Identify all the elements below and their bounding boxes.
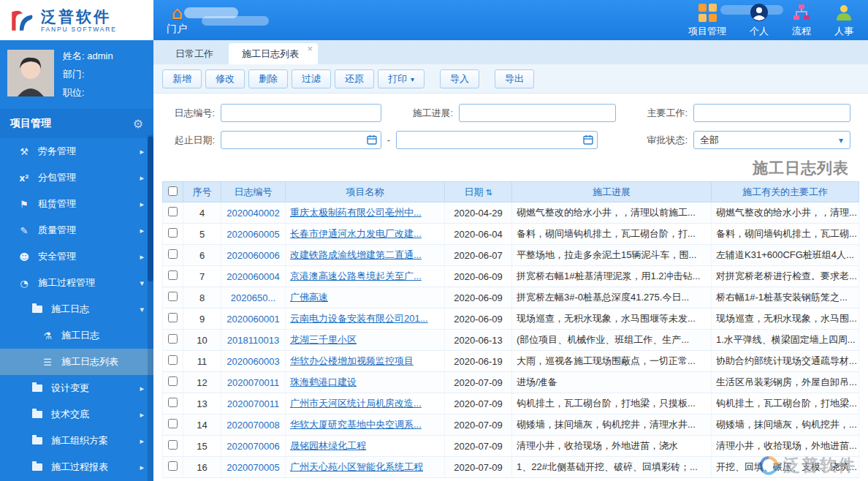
row-project-link[interactable]: 华软大厦研究基地中央空调系... <box>290 419 422 430</box>
row-project-link[interactable]: 广州市天河区统计局机房改造... <box>290 398 422 409</box>
filter-button[interactable]: 过滤 <box>292 69 331 88</box>
row-checkbox[interactable] <box>168 313 178 322</box>
table-row[interactable]: 8 2020650... 广佛高速 2020-06-09 拼宽桥左幅3#-0桩基… <box>163 287 859 308</box>
table-row[interactable]: 4 2020040002 重庆太极制药有限公司亳州中... 2020-04-29… <box>163 202 859 224</box>
sidebar-item-safety[interactable]: 安全管理 <box>0 243 153 270</box>
row-project-link[interactable]: 龙湖三千里小区 <box>290 334 357 345</box>
row-checkbox[interactable] <box>168 207 178 216</box>
col-work[interactable]: 施工有关的主要工作 <box>712 182 859 202</box>
row-log-no-link[interactable]: 2018110013 <box>227 335 279 346</box>
sidebar-item-construction-process[interactable]: 施工过程管理 <box>0 270 153 296</box>
row-log-no-link[interactable]: 2020070006 <box>226 441 279 452</box>
tab-daily-work[interactable]: 日常工作 <box>162 43 226 64</box>
table-row[interactable]: 9 2020060001 云南电力设备安装有限公司201... 2020-06-… <box>163 308 859 330</box>
table-row[interactable]: 7 2020060004 京港澳高速公路粤境起关至广... 2020-06-09… <box>163 266 859 287</box>
date-to-input[interactable] <box>396 131 598 149</box>
import-button[interactable]: 导入 <box>440 69 479 88</box>
row-project-link[interactable]: 云南电力设备安装有限公司201... <box>290 313 428 324</box>
nav-item-hr[interactable]: 人事 <box>834 3 853 38</box>
row-checkbox[interactable] <box>168 270 178 280</box>
table-row[interactable]: 5 2020060005 长春市伊通河水力发电厂改建... 2020-06-04… <box>163 224 859 245</box>
select-all-checkbox[interactable] <box>168 186 178 196</box>
sidebar-item-labor[interactable]: 劳务管理 <box>0 138 153 164</box>
sidebar-item-construction-log[interactable]: 施工日志 <box>0 322 153 349</box>
sidebar-item-design-change[interactable]: 设计变更 <box>0 375 153 401</box>
row-log-no-link[interactable]: 2020040002 <box>226 208 279 219</box>
row-project-link[interactable]: 重庆太极制药有限公司亳州中... <box>290 207 422 218</box>
row-checkbox[interactable] <box>168 355 178 365</box>
row-checkbox[interactable] <box>168 461 178 471</box>
col-seq[interactable]: 序号 <box>183 182 221 202</box>
row-log-no-link[interactable]: 2020060005 <box>226 229 279 240</box>
table-row[interactable]: 14 2020070008 华软大厦研究基地中央空调系... 2020-07-0… <box>163 414 859 436</box>
sidebar-item-tech-disclosure[interactable]: 技术交底 <box>0 401 153 428</box>
nav-portal[interactable]: 门户 <box>167 0 187 40</box>
sidebar-item-construction-log-list[interactable]: 施工日志列表 <box>0 349 153 375</box>
approval-status-select[interactable]: 全部 <box>693 131 850 149</box>
row-log-no-link[interactable]: 2020070011 <box>227 398 279 409</box>
sort-icon[interactable] <box>485 186 492 197</box>
row-checkbox[interactable] <box>168 249 178 259</box>
row-log-no-link[interactable]: 2020060003 <box>226 356 279 367</box>
row-log-no-link[interactable]: 2020060001 <box>226 314 279 325</box>
table-row[interactable]: 13 2020070011 广州市天河区统计局机房改造... 2020-07-0… <box>163 393 859 414</box>
row-log-no-link[interactable]: 2020060006 <box>226 250 279 261</box>
row-project-link[interactable]: 京港澳高速公路粤境起关至广... <box>290 270 422 281</box>
col-log-no[interactable]: 日志编号 <box>221 182 286 202</box>
row-project-link[interactable]: 广佛高速 <box>290 292 328 303</box>
row-log-no-link[interactable]: 2020070005 <box>226 462 279 473</box>
nav-item-personal[interactable]: 个人 <box>750 3 769 38</box>
date-from-input[interactable] <box>221 131 381 149</box>
table-row[interactable]: 16 2020070005 广州天心苑小区智能化系统工程 2020-07-09 … <box>163 457 859 478</box>
sidebar-scrollbar-thumb[interactable] <box>148 137 153 281</box>
close-icon[interactable] <box>307 43 313 55</box>
row-project-link[interactable]: 晟铭园林绿化工程 <box>290 440 366 451</box>
edit-button[interactable]: 修改 <box>205 69 245 88</box>
table-row[interactable]: 6 2020060006 改建铁路成渝线增建第二直通... 2020-06-07… <box>163 245 859 266</box>
row-project-link[interactable]: 珠海鹤港口建设 <box>290 376 357 387</box>
col-project[interactable]: 项目名称 <box>286 182 445 202</box>
row-project-link[interactable]: 改建铁路成渝线增建第二直通... <box>290 249 422 260</box>
progress-input[interactable] <box>459 104 616 122</box>
row-checkbox[interactable] <box>168 334 178 344</box>
tab-construction-log-list[interactable]: 施工日志列表 <box>229 43 318 64</box>
gear-icon[interactable] <box>133 117 143 131</box>
avatar[interactable] <box>7 50 54 96</box>
col-progress[interactable]: 施工进展 <box>512 182 712 202</box>
table-row[interactable]: 10 2018110013 龙湖三千里小区 2020-06-13 (部位项目、机… <box>163 330 859 351</box>
row-log-no-link[interactable]: 2020070011 <box>227 377 279 388</box>
row-checkbox[interactable] <box>168 440 178 450</box>
row-project-link[interactable]: 长春市伊通河水力发电厂改建... <box>290 228 422 239</box>
table-row[interactable]: 15 2020070006 晟铭园林绿化工程 2020-07-09 清理小井，收… <box>163 436 859 457</box>
row-checkbox[interactable] <box>168 376 178 386</box>
restore-button[interactable]: 还原 <box>335 69 374 88</box>
row-project-link[interactable]: 华软办公楼增加视频监控项目 <box>290 355 414 366</box>
sidebar-scrollbar[interactable] <box>148 135 153 481</box>
sidebar-item-lease[interactable]: 租赁管理 <box>0 191 153 217</box>
row-log-no-link[interactable]: 2020060004 <box>226 271 279 282</box>
row-checkbox[interactable] <box>168 398 178 407</box>
sidebar-item-quality[interactable]: 质量管理 <box>0 217 153 243</box>
row-checkbox[interactable] <box>168 292 178 301</box>
export-button[interactable]: 导出 <box>495 69 534 88</box>
print-button[interactable]: 打印 <box>378 69 425 88</box>
table-row[interactable]: 12 2020070011 珠海鹤港口建设 2020-07-09 进场/准备 生… <box>163 372 859 393</box>
nav-item-workflow[interactable]: 流程 <box>792 3 811 38</box>
calendar-icon[interactable] <box>583 135 593 145</box>
table-row[interactable]: 11 2020060003 华软办公楼增加视频监控项目 2020-06-19 大… <box>163 351 859 372</box>
log-no-input[interactable] <box>221 104 381 122</box>
col-date[interactable]: 日期 <box>445 182 512 202</box>
row-project-link[interactable]: 广州天心苑小区智能化系统工程 <box>290 461 423 472</box>
sidebar-item-process-report[interactable]: 施工过程报表 <box>0 454 153 480</box>
sidebar-item-org-plan[interactable]: 施工组织方案 <box>0 428 153 454</box>
calendar-icon[interactable] <box>367 135 377 145</box>
delete-button[interactable]: 删除 <box>248 69 288 88</box>
row-checkbox[interactable] <box>168 419 178 428</box>
brand-logo[interactable]: 泛普软件 FANPU SOFTWARE <box>0 0 153 40</box>
row-checkbox[interactable] <box>168 228 178 238</box>
add-button[interactable]: 新增 <box>162 69 202 88</box>
row-log-no-link[interactable]: 2020650... <box>231 292 275 303</box>
nav-item-project-management[interactable]: 项目管理 <box>688 3 726 38</box>
sidebar-item-subcontract[interactable]: 分包管理 <box>0 164 153 191</box>
sidebar-item-construction-log-folder[interactable]: 施工日志 <box>0 296 153 322</box>
